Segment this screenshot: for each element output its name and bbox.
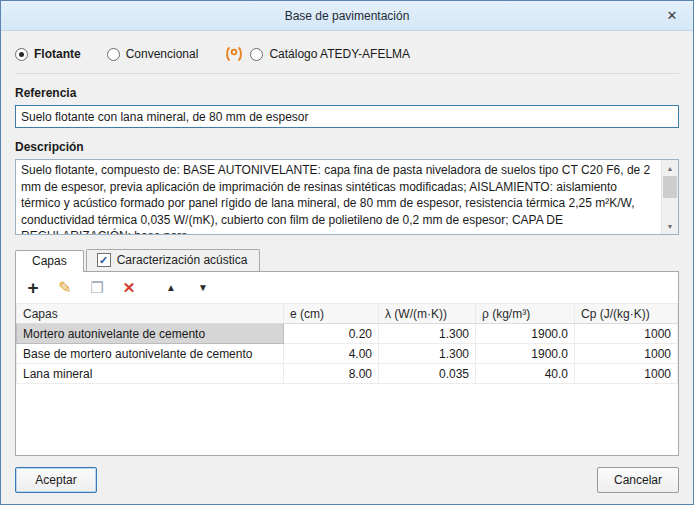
- radio-dot-catalogo: [250, 48, 263, 61]
- referencia-input[interactable]: [15, 105, 679, 128]
- capas-panel: + ✎ ❐ ✕ ▲ ▼ Capas e (cm) λ (W/(m·K)) ρ (…: [15, 271, 679, 456]
- layers-toolbar: + ✎ ❐ ✕ ▲ ▼: [16, 272, 678, 303]
- dialog-content: Flotante Convencional Catálogo ATEDY-AFE…: [1, 31, 693, 456]
- scrollbar-track[interactable]: [662, 198, 678, 218]
- floor-type-options: Flotante Convencional Catálogo ATEDY-AFE…: [15, 41, 679, 67]
- close-icon[interactable]: ✕: [663, 7, 681, 25]
- radio-dot-convencional: [107, 48, 120, 61]
- scrollbar-thumb[interactable]: [663, 176, 677, 198]
- layer-lambda[interactable]: 1.300: [379, 324, 476, 344]
- layer-e[interactable]: 4.00: [284, 344, 379, 364]
- acustica-checkbox[interactable]: ✓: [97, 253, 111, 267]
- cancel-button[interactable]: Cancelar: [597, 467, 679, 493]
- layer-lambda[interactable]: 0.035: [379, 364, 476, 384]
- move-down-icon[interactable]: ▼: [194, 283, 212, 293]
- referencia-label: Referencia: [15, 86, 679, 100]
- delete-layer-icon[interactable]: ✕: [120, 280, 138, 295]
- tab-bar: Capas ✓ Caracterización acústica: [15, 247, 679, 271]
- layer-cp[interactable]: 1000: [575, 344, 678, 364]
- dialog-title: Base de pavimentación: [285, 9, 410, 23]
- table-header-row: Capas e (cm) λ (W/(m·K)) ρ (kg/m³) Cp (J…: [17, 304, 678, 324]
- layer-lambda[interactable]: 1.300: [379, 344, 476, 364]
- layer-e[interactable]: 0.20: [284, 324, 379, 344]
- copy-layer-icon[interactable]: ❐: [88, 280, 106, 295]
- radio-dot-flotante: [15, 48, 28, 61]
- layer-cp[interactable]: 1000: [575, 364, 678, 384]
- titlebar[interactable]: Base de pavimentación ✕: [1, 1, 693, 31]
- header-lambda: λ (W/(m·K)): [379, 304, 476, 324]
- layer-name[interactable]: Mortero autonivelante de cemento: [17, 324, 284, 344]
- header-rho: ρ (kg/m³): [476, 304, 575, 324]
- tab-caracterizacion-acustica[interactable]: ✓ Caracterización acústica: [86, 249, 261, 271]
- header-capas: Capas: [17, 304, 284, 324]
- table-row[interactable]: Mortero autonivelante de cemento 0.20 1.…: [17, 324, 678, 344]
- radio-convencional-label: Convencional: [126, 47, 199, 61]
- separator: [15, 73, 679, 74]
- radio-flotante[interactable]: Flotante: [15, 47, 81, 61]
- layers-table: Capas e (cm) λ (W/(m·K)) ρ (kg/m³) Cp (J…: [16, 303, 678, 384]
- atedy-afelma-logo-icon: [224, 46, 244, 62]
- radio-convencional[interactable]: Convencional: [107, 47, 199, 61]
- table-row[interactable]: Base de mortero autonivelante de cemento…: [17, 344, 678, 364]
- layer-rho[interactable]: 1900.0: [476, 344, 575, 364]
- scroll-down-icon[interactable]: ▼: [662, 218, 678, 234]
- accept-button[interactable]: Aceptar: [15, 467, 97, 493]
- header-e: e (cm): [284, 304, 379, 324]
- layer-name[interactable]: Base de mortero autonivelante de cemento: [17, 344, 284, 364]
- tab-capas[interactable]: Capas: [15, 250, 84, 272]
- layer-name[interactable]: Lana mineral: [17, 364, 284, 384]
- layer-e[interactable]: 8.00: [284, 364, 379, 384]
- scroll-up-icon[interactable]: ▲: [662, 160, 678, 176]
- layer-rho[interactable]: 40.0: [476, 364, 575, 384]
- descripcion-text[interactable]: Suelo flotante, compuesto de: BASE AUTON…: [16, 160, 661, 234]
- descripcion-box: Suelo flotante, compuesto de: BASE AUTON…: [15, 159, 679, 235]
- tab-caracterizacion-label: Caracterización acústica: [117, 253, 248, 267]
- header-cp: Cp (J/(kg·K)): [575, 304, 678, 324]
- layer-rho[interactable]: 1900.0: [476, 324, 575, 344]
- move-up-icon[interactable]: ▲: [162, 283, 180, 293]
- base-pavimentacion-dialog: Base de pavimentación ✕ Flotante Convenc…: [0, 0, 694, 505]
- radio-catalogo-label: Catálogo ATEDY-AFELMA: [269, 47, 410, 61]
- descripcion-label: Descripción: [15, 140, 679, 154]
- add-layer-icon[interactable]: +: [24, 278, 42, 297]
- radio-catalogo-atedy-afelma[interactable]: Catálogo ATEDY-AFELMA: [250, 47, 410, 61]
- radio-flotante-label: Flotante: [34, 47, 81, 61]
- dialog-footer: Aceptar Cancelar: [1, 456, 693, 504]
- edit-layer-icon[interactable]: ✎: [56, 280, 74, 296]
- descripcion-scrollbar[interactable]: ▲ ▼: [661, 160, 678, 234]
- table-row[interactable]: Lana mineral 8.00 0.035 40.0 1000: [17, 364, 678, 384]
- layer-cp[interactable]: 1000: [575, 324, 678, 344]
